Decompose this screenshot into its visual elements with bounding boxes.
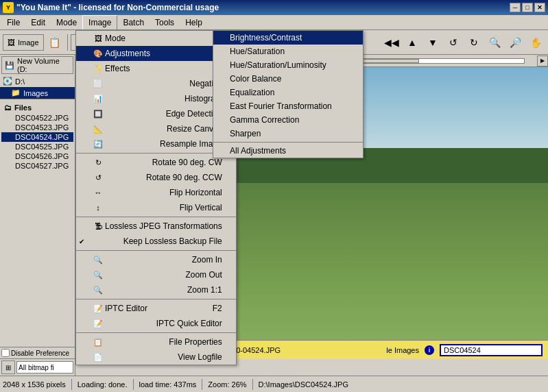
adj-equalization-item[interactable]: Equalization <box>213 86 363 99</box>
effects-icon: ✨ <box>93 63 104 74</box>
file-item-2[interactable]: DSC04524.JPG <box>1 132 73 142</box>
file-item-5[interactable]: DSC04527.JPG <box>1 161 73 171</box>
files-header: 🗂 Files <box>1 102 73 113</box>
file-item-3[interactable]: DSC04525.JPG <box>1 142 73 151</box>
hue-lum-label: Hue/Saturation/Luminosity <box>230 60 326 70</box>
menu-edit[interactable]: Edit <box>25 15 51 29</box>
status-sep-2 <box>133 379 134 390</box>
menu-tools[interactable]: Tools <box>150 15 180 29</box>
rotate-ccw-button[interactable]: ↺ <box>444 33 463 52</box>
menu-rotate-ccw-item[interactable]: ↺ Rotate 90 deg. CCW <box>76 170 236 185</box>
menu-adjustments-item[interactable]: 🎨 Adjustments <box>76 46 236 61</box>
menubar: File Edit Mode Image Batch Tools Help <box>0 15 548 30</box>
menu-iptc-editor-item[interactable]: 📝 IPTC Editor F2 <box>76 301 236 316</box>
zoom-1-label: Zoom 1:1 <box>187 285 222 295</box>
iptc-shortcut: F2 <box>199 304 222 313</box>
adj-gamma-item[interactable]: Gamma Correction <box>213 113 363 127</box>
menu-edge-detection-item[interactable]: 🔲 Edge Detection <box>76 106 236 121</box>
menu-batch[interactable]: Batch <box>117 15 150 29</box>
file-item-1[interactable]: DSC04523.JPG <box>1 123 73 132</box>
menu-sep-5 <box>76 332 236 333</box>
image-icon: 🖼 <box>8 38 15 47</box>
tree-item-images[interactable]: 📁 Images <box>0 87 75 99</box>
adj-hue-lum-item[interactable]: Hue/Saturation/Luminosity <box>213 58 363 72</box>
menu-help[interactable]: Help <box>180 15 208 29</box>
menu-effects-item[interactable]: ✨ Effects <box>76 61 236 76</box>
maximize-button[interactable]: □ <box>522 3 533 12</box>
menu-resample-item[interactable]: 🔄 Resample Image <box>76 136 236 151</box>
zoom-out-label: Zoom Out <box>185 270 222 280</box>
menu-mode-item[interactable]: 🖼 Mode <box>76 31 236 46</box>
menu-mode[interactable]: Mode <box>51 15 82 29</box>
files-icon: 🗂 <box>4 103 12 112</box>
menu-flip-h-item[interactable]: ↔ Flip Horizontal <box>76 185 236 200</box>
menu-logfile-item[interactable]: 📄 View Logfile <box>76 350 236 365</box>
backup-label: Keep Lossless Backup File <box>123 236 222 246</box>
flip-v-icon: ↕ <box>93 202 104 213</box>
nav-down-button[interactable]: ▼ <box>423 33 442 52</box>
nav-prev-button[interactable]: ◀◀ <box>382 33 401 52</box>
disable-pref-label: Disable Preference <box>11 350 69 357</box>
resize-icon: 📐 <box>93 123 104 134</box>
menu-zoom-in-item[interactable]: 🔍 Zoom In <box>76 252 236 267</box>
iptc-icon: 📝 <box>93 303 104 314</box>
menu-image[interactable]: Image <box>82 15 117 29</box>
toolbar-separator <box>67 34 68 51</box>
adj-hue-item[interactable]: Hue/Saturation <box>213 45 363 58</box>
sharpen-label: Sharpen <box>230 129 261 138</box>
grid-view-button[interactable]: ⊞ <box>1 360 15 374</box>
menu-flip-v-item[interactable]: ↕ Flip Vertical <box>76 200 236 215</box>
menu-negative-item[interactable]: ⬜ Negative <box>76 76 236 91</box>
adj-all-item[interactable]: All Adjustments <box>213 144 363 158</box>
drive-icon: 💽 <box>3 77 12 86</box>
titlebar-title: "You Name It" - licensed for Non-Commerc… <box>16 3 219 12</box>
brightness-label: Brightness/Contrast <box>230 33 302 42</box>
close-button[interactable]: ✕ <box>534 3 545 12</box>
disable-pref-checkbox[interactable] <box>1 349 10 357</box>
minimize-button[interactable]: ─ <box>510 3 521 12</box>
scroll-right-button[interactable]: ▶ <box>537 56 548 66</box>
tree-item-drive[interactable]: 💽 D:\ <box>0 75 75 87</box>
menu-lossless-item[interactable]: 🗜 Lossless JPEG Transformations <box>76 219 236 234</box>
adj-fourier-item[interactable]: East Fourier Transformation <box>213 99 363 113</box>
file-item-4[interactable]: DSC04526.JPG <box>1 151 73 161</box>
rotate-cw-button[interactable]: ↻ <box>464 33 484 52</box>
pan-button[interactable]: ✋ <box>526 33 545 52</box>
filename-input[interactable] <box>440 344 543 356</box>
color-balance-label: Color Balance <box>230 74 281 84</box>
menu-histogram-item[interactable]: 📊 Histogram <box>76 91 236 106</box>
files-section: 🗂 Files DSC04522.JPG DSC04523.JPG DSC045… <box>0 99 75 173</box>
titlebar-controls: ─ □ ✕ <box>510 3 545 12</box>
zoom-out-button[interactable]: 🔎 <box>505 33 525 52</box>
menu-sep-1 <box>76 153 236 154</box>
new-volume-sidebar-button[interactable]: 💾 New Volume (D: <box>1 56 73 74</box>
menu-file[interactable]: File <box>1 15 25 29</box>
adj-brightness-item[interactable]: Brightness/Contrast <box>213 31 363 45</box>
negative-icon: ⬜ <box>93 78 104 89</box>
info-icon[interactable]: i <box>425 345 434 355</box>
menu-iptc-quick-item[interactable]: 📝 IPTC Quick Editor <box>76 316 236 331</box>
menu-file-props-item[interactable]: 📋 File Properties <box>76 334 236 350</box>
titlebar-left: Y "You Name It" - licensed for Non-Comme… <box>3 2 219 13</box>
titlebar: Y "You Name It" - licensed for Non-Comme… <box>0 0 548 15</box>
status-loading: Loading: done. <box>78 380 128 389</box>
image-button[interactable]: 🖼 Image <box>3 34 44 51</box>
equalization-label: Equalization <box>230 88 274 97</box>
histogram-icon: 📊 <box>93 93 104 104</box>
volume-icon: 💾 <box>5 61 14 70</box>
iptc-editor-label: IPTC Editor <box>105 304 147 313</box>
copy-button[interactable]: 📋 <box>45 33 64 52</box>
file-item-0[interactable]: DSC04522.JPG <box>1 113 73 123</box>
adj-sharpen-item[interactable]: Sharpen <box>213 127 363 140</box>
zoom-in-button[interactable]: 🔍 <box>485 33 504 52</box>
menu-zoom-1-item[interactable]: 🔍 Zoom 1:1 <box>76 282 236 297</box>
menu-resize-canvas-item[interactable]: 📐 Resize Canvas <box>76 121 236 136</box>
rotate-ccw-label: Rotate 90 deg. CCW <box>146 173 222 182</box>
menu-backup-item[interactable]: ✔ Keep Lossless Backup File <box>76 234 236 249</box>
adj-color-balance-item[interactable]: Color Balance <box>213 72 363 86</box>
menu-zoom-out-item[interactable]: 🔍 Zoom Out <box>76 267 236 282</box>
nav-up-button[interactable]: ▲ <box>403 33 422 52</box>
menu-rotate-cw-item[interactable]: ↻ Rotate 90 deg. CW <box>76 155 236 170</box>
resample-icon: 🔄 <box>93 138 104 149</box>
folder-label: Images <box>23 89 48 97</box>
